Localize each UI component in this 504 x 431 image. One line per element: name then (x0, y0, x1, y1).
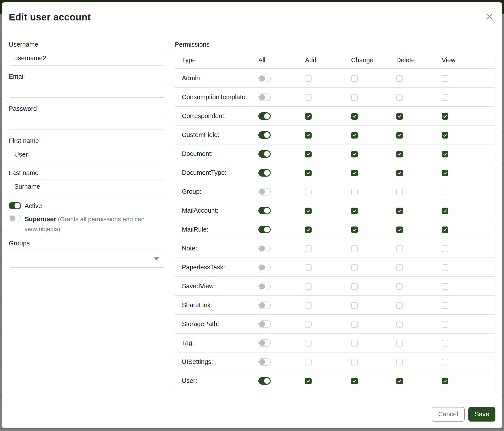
active-label: Active (25, 201, 42, 210)
perm-all-toggle[interactable] (258, 339, 271, 347)
perm-change-checkbox[interactable] (351, 132, 358, 139)
perm-add-checkbox[interactable] (305, 378, 312, 384)
perm-all-toggle[interactable] (258, 245, 271, 252)
perm-view-checkbox[interactable] (442, 359, 448, 366)
perm-view-checkbox[interactable] (442, 189, 448, 195)
perm-change-checkbox[interactable] (351, 113, 358, 120)
perm-add-checkbox[interactable] (305, 94, 312, 101)
perm-all-toggle[interactable] (258, 112, 271, 120)
perm-all-toggle[interactable] (258, 207, 271, 214)
perm-view-checkbox[interactable] (442, 170, 448, 176)
perm-delete-checkbox[interactable] (396, 302, 403, 309)
perm-change-checkbox[interactable] (351, 302, 358, 309)
perm-add-checkbox[interactable] (305, 264, 312, 271)
perm-delete-checkbox[interactable] (396, 113, 403, 120)
perm-view-checkbox[interactable] (442, 283, 448, 290)
perm-change-checkbox[interactable] (351, 340, 358, 347)
perm-add-checkbox[interactable] (305, 75, 312, 82)
perm-add-checkbox[interactable] (305, 359, 312, 366)
save-button[interactable]: Save (468, 407, 495, 422)
perm-delete-checkbox[interactable] (396, 378, 403, 384)
perm-delete-checkbox[interactable] (396, 264, 403, 271)
perm-delete-checkbox[interactable] (396, 245, 403, 252)
perm-change-checkbox[interactable] (351, 75, 358, 82)
perm-delete-checkbox[interactable] (396, 94, 403, 101)
perm-view-checkbox[interactable] (442, 94, 448, 101)
perm-add-checkbox[interactable] (305, 151, 312, 157)
perm-view-checkbox[interactable] (442, 264, 448, 271)
perm-view-checkbox[interactable] (442, 207, 448, 214)
perm-delete-checkbox[interactable] (396, 359, 403, 366)
perm-view-checkbox[interactable] (442, 321, 448, 328)
perm-change-checkbox[interactable] (351, 359, 358, 366)
perm-view-checkbox[interactable] (442, 226, 448, 233)
perm-add-checkbox[interactable] (305, 170, 312, 176)
perm-add-checkbox[interactable] (305, 340, 312, 347)
perm-change-checkbox[interactable] (351, 283, 358, 290)
perm-change-checkbox[interactable] (351, 321, 358, 328)
username-input[interactable] (9, 51, 165, 65)
perm-change-checkbox[interactable] (351, 226, 358, 233)
perm-all-toggle[interactable] (258, 74, 271, 82)
perm-all-toggle[interactable] (258, 150, 271, 158)
perm-delete-checkbox[interactable] (396, 283, 403, 290)
perm-change-checkbox[interactable] (351, 245, 358, 252)
perm-view-checkbox[interactable] (442, 245, 448, 252)
perm-all-toggle[interactable] (258, 320, 271, 328)
perm-all-toggle[interactable] (258, 358, 271, 366)
perm-add-checkbox[interactable] (305, 321, 312, 328)
permission-row: MailAccount: (175, 201, 495, 220)
perm-all-toggle[interactable] (258, 188, 271, 196)
perm-all-toggle[interactable] (258, 283, 271, 290)
perm-delete-checkbox[interactable] (396, 75, 403, 82)
perm-delete-checkbox[interactable] (396, 226, 403, 233)
perm-change-checkbox[interactable] (351, 378, 358, 384)
perm-view-checkbox[interactable] (442, 113, 448, 120)
perm-change-checkbox[interactable] (351, 264, 358, 271)
first-name-input[interactable] (9, 147, 165, 162)
perm-all-toggle[interactable] (258, 93, 271, 101)
permissions-label: Permissions (175, 41, 495, 48)
perm-all-toggle[interactable] (258, 131, 271, 139)
perm-change-checkbox[interactable] (351, 170, 358, 176)
perm-change-checkbox[interactable] (351, 207, 358, 214)
perm-change-checkbox[interactable] (351, 189, 358, 195)
perm-view-checkbox[interactable] (442, 132, 448, 139)
last-name-input[interactable] (9, 179, 165, 194)
perm-view-checkbox[interactable] (442, 340, 448, 347)
perm-view-checkbox[interactable] (442, 75, 448, 82)
perm-delete-checkbox[interactable] (396, 207, 403, 214)
password-input[interactable] (9, 115, 165, 130)
perm-all-toggle[interactable] (258, 377, 271, 385)
perm-delete-checkbox[interactable] (396, 340, 403, 347)
perm-all-toggle[interactable] (258, 169, 271, 177)
perm-add-checkbox[interactable] (305, 302, 312, 309)
perm-add-checkbox[interactable] (305, 189, 312, 195)
superuser-toggle[interactable] (9, 215, 21, 222)
perm-change-checkbox[interactable] (351, 94, 358, 101)
perm-delete-checkbox[interactable] (396, 170, 403, 176)
perm-add-checkbox[interactable] (305, 132, 312, 139)
groups-select[interactable] (9, 250, 165, 268)
cancel-button[interactable]: Cancel (432, 407, 465, 422)
perm-add-checkbox[interactable] (305, 283, 312, 290)
perm-all-toggle[interactable] (258, 226, 271, 233)
close-button[interactable] (485, 12, 494, 22)
perm-view-checkbox[interactable] (442, 302, 448, 309)
email-input[interactable] (9, 83, 165, 98)
perm-delete-checkbox[interactable] (396, 189, 403, 195)
perm-delete-checkbox[interactable] (396, 132, 403, 139)
perm-delete-checkbox[interactable] (396, 151, 403, 157)
perm-view-checkbox[interactable] (442, 151, 448, 157)
active-toggle[interactable] (9, 202, 21, 209)
perm-add-checkbox[interactable] (305, 113, 312, 120)
perm-add-checkbox[interactable] (305, 207, 312, 214)
perm-delete-checkbox[interactable] (396, 321, 403, 328)
perm-change-checkbox[interactable] (351, 151, 358, 157)
perm-all-toggle[interactable] (258, 264, 271, 271)
perm-add-checkbox[interactable] (305, 245, 312, 252)
perm-type-label: PaperlessTask: (175, 258, 258, 277)
perm-all-toggle[interactable] (258, 301, 271, 309)
perm-view-checkbox[interactable] (442, 378, 448, 384)
perm-add-checkbox[interactable] (305, 226, 312, 233)
